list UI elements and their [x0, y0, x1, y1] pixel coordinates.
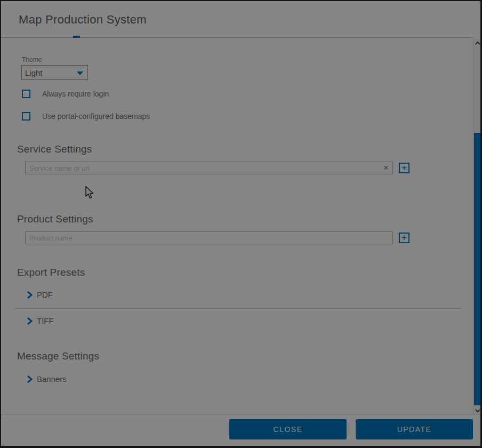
mouse-cursor — [85, 186, 95, 200]
theme-select-value: Light — [25, 68, 43, 77]
chevron-right-icon — [27, 317, 33, 327]
portal-basemaps-checkbox[interactable] — [22, 112, 30, 121]
service-settings-heading: Service Settings — [17, 143, 92, 155]
scroll-up-icon — [475, 41, 480, 45]
map-production-dialog: Map Production System Theme Light Always… — [0, 0, 482, 448]
add-service-button[interactable]: + — [399, 163, 409, 173]
checkbox-label: Use portal-configured basemaps — [42, 112, 150, 121]
product-settings-heading: Product Settings — [17, 213, 93, 225]
preset-label: TIFF — [37, 316, 54, 325]
theme-select[interactable]: Light — [21, 65, 88, 80]
close-button[interactable]: CLOSE — [229, 419, 347, 439]
banners-label: Banners — [37, 374, 67, 383]
export-presets-heading: Export Presets — [17, 267, 85, 278]
product-name-input[interactable] — [25, 231, 393, 244]
scroll-down-icon — [475, 409, 480, 413]
scrolled-element-fragment — [73, 36, 80, 38]
add-product-button[interactable]: + — [399, 233, 409, 243]
update-button[interactable]: UPDATE — [356, 419, 473, 439]
chevron-right-icon — [27, 375, 33, 385]
dialog-footer: CLOSE UPDATE — [1, 414, 481, 447]
clear-icon[interactable]: × — [380, 162, 392, 174]
vertical-scrollbar[interactable] — [473, 39, 481, 415]
always-require-login-checkbox[interactable] — [22, 90, 30, 98]
message-settings-heading: Message Settings — [17, 350, 99, 362]
service-name-input[interactable] — [25, 162, 393, 174]
scrollbar-up-button[interactable] — [473, 39, 482, 48]
dialog-header: Map Production System — [1, 1, 473, 38]
theme-label: Theme — [22, 56, 42, 63]
divider — [14, 308, 461, 309]
caret-down-icon — [77, 71, 83, 75]
preset-label: PDF — [37, 290, 53, 299]
chevron-right-icon — [27, 291, 33, 301]
dialog-title: Map Production System — [19, 13, 147, 27]
checkbox-label: Always require login — [42, 90, 109, 98]
scrollbar-thumb[interactable] — [474, 133, 482, 405]
